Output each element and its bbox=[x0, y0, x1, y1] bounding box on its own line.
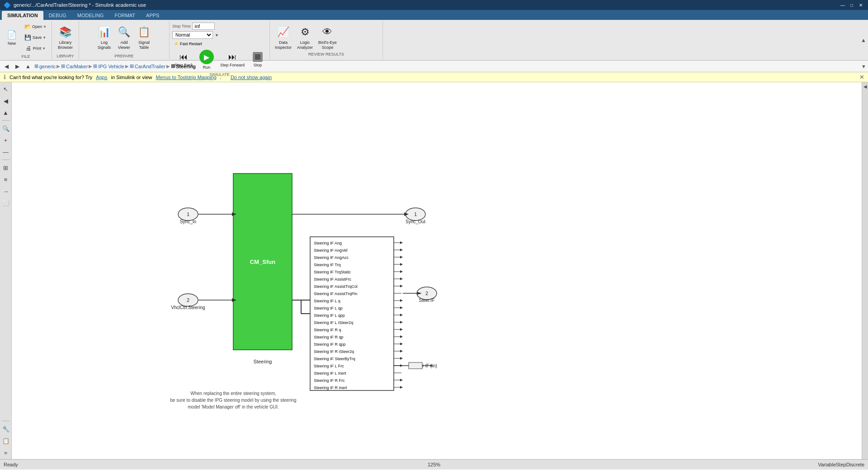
svg-text:Steering IF L Inert: Steering IF L Inert bbox=[314, 371, 346, 376]
info-text-period: . bbox=[220, 75, 222, 80]
tab-modeling[interactable]: MODELING bbox=[72, 11, 109, 20]
left-panel-collapse[interactable]: » bbox=[1, 447, 11, 457]
open-button[interactable]: 📂 Open ▼ bbox=[22, 22, 49, 32]
logic-analyzer-icon: ⚙ bbox=[298, 25, 312, 39]
stop-time-input[interactable] bbox=[192, 23, 215, 30]
stop-time-label: Stop Time bbox=[172, 24, 191, 28]
tab-debug[interactable]: DEBUG bbox=[43, 11, 72, 20]
file-group-label: FILE bbox=[21, 53, 30, 59]
step-type: VariableStepDiscrete bbox=[818, 462, 864, 467]
run-play-icon[interactable]: ▶ bbox=[199, 50, 214, 64]
nav-back-button[interactable]: ◀ bbox=[2, 62, 11, 71]
left-panel-btn-8[interactable]: ≡ bbox=[1, 174, 11, 184]
note-line-1: When replacing the entire steering syste… bbox=[190, 391, 276, 396]
svg-text:Steering IF TrqStatic: Steering IF TrqStatic bbox=[314, 270, 351, 274]
tab-simulation[interactable]: SIMULATION bbox=[2, 11, 43, 20]
ribbon-collapse-icon: ▲ bbox=[861, 37, 866, 43]
ipgvehicle-icon: ⊞ bbox=[93, 63, 97, 69]
navigation-bar: ◀ ▶ ▲ ⊞ generic ▶ ⊞ CarMaker ▶ ⊞ IPG Veh… bbox=[0, 61, 868, 72]
info-apps-link[interactable]: Apps bbox=[96, 75, 107, 80]
signal-table-icon: 📋 bbox=[137, 25, 151, 39]
svg-text:Steering IF R qp: Steering IF R qp bbox=[314, 335, 344, 339]
breadcrumb-item-ipgvehicle[interactable]: ⊞ IPG Vehicle bbox=[93, 63, 124, 69]
svg-text:Steering IF Ang: Steering IF Ang bbox=[314, 241, 342, 245]
left-panel-btn-2[interactable]: ◀ bbox=[1, 96, 11, 106]
ribbon-group-library: 📚 Library Browser LIBRARY bbox=[52, 21, 79, 59]
birds-eye-scope-button[interactable]: 👁 Bird's-Eye Scope bbox=[316, 24, 339, 52]
tab-format[interactable]: FORMAT bbox=[109, 11, 141, 20]
stop-square bbox=[255, 54, 260, 60]
left-panel-btn-3[interactable]: ▲ bbox=[1, 108, 11, 118]
add-viewer-button[interactable]: 🔍 Add Viewer bbox=[114, 24, 133, 52]
left-panel: ↖ ◀ ▲ 🔍 + — ⊞ ≡ → ⬜ 🔧 📋 » bbox=[0, 82, 12, 459]
print-icon: 🖨 bbox=[25, 45, 32, 52]
logic-analyzer-button[interactable]: ⚙ Logic Analyzer bbox=[295, 24, 315, 52]
ribbon-collapse[interactable]: ▲ bbox=[859, 21, 868, 59]
left-panel-btn-1[interactable]: ↖ bbox=[1, 84, 11, 94]
step-back-icon: ⏮ bbox=[179, 52, 188, 62]
svg-rect-62 bbox=[409, 362, 422, 369]
left-panel-btn-9[interactable]: → bbox=[1, 186, 11, 196]
title-bar-left: 🔷 generic/.../CarAndTrailer/Steering * -… bbox=[4, 2, 146, 9]
info-menus-link[interactable]: Menus to Toolstrip Mapping bbox=[156, 75, 217, 80]
open-dropdown-arrow[interactable]: ▼ bbox=[43, 25, 47, 29]
log-signals-button[interactable]: 📊 Log Signals bbox=[94, 24, 113, 52]
fast-restart-button[interactable]: ⚡ Fast Restart bbox=[172, 41, 267, 47]
svg-text:Steering IF L qp: Steering IF L qp bbox=[314, 306, 343, 310]
birds-eye-icon: 👁 bbox=[320, 25, 335, 39]
left-panel-btn-10[interactable]: ⬜ bbox=[1, 198, 11, 208]
breadcrumb-item-carmaker[interactable]: ⊞ CarMaker bbox=[61, 63, 88, 69]
save-button[interactable]: 💾 Save ▼ bbox=[22, 33, 49, 42]
ribbon-group-review: 📈 Data Inspector ⚙ Logic Analyzer 👁 Bird… bbox=[270, 21, 383, 59]
maximize-button[interactable]: □ bbox=[848, 2, 855, 8]
title-bar: 🔷 generic/.../CarAndTrailer/Steering * -… bbox=[0, 0, 868, 10]
zoom-level: 125% bbox=[428, 462, 440, 467]
library-browser-icon: 📚 bbox=[58, 25, 72, 39]
minimize-button[interactable]: — bbox=[839, 2, 846, 8]
breadcrumb: ⊞ generic ▶ ⊞ CarMaker ▶ ⊞ IPG Vehicle ▶… bbox=[34, 63, 196, 69]
breadcrumb-item-carandtrailer[interactable]: ⊞ CarAndTrailer bbox=[130, 63, 165, 69]
note-line-3: model 'Model Manager off' in the vehicle… bbox=[188, 404, 279, 409]
left-panel-btn-7[interactable]: ⊞ bbox=[1, 163, 11, 173]
print-dropdown-arrow[interactable]: ▼ bbox=[42, 47, 46, 51]
generic-icon: ⊞ bbox=[34, 63, 38, 69]
svg-text:Steering IF R q: Steering IF R q bbox=[314, 328, 341, 332]
svg-text:Steering IF SteerByTrq: Steering IF SteerByTrq bbox=[314, 357, 355, 361]
close-button[interactable]: ✕ bbox=[857, 2, 864, 8]
left-panel-btn-12[interactable]: 📋 bbox=[1, 436, 11, 446]
left-panel-btn-6[interactable]: — bbox=[1, 147, 11, 157]
save-dropdown-arrow[interactable]: ▼ bbox=[42, 36, 46, 40]
svg-text:Steering IF R Frc: Steering IF R Frc bbox=[314, 378, 345, 383]
mode-select[interactable]: Normal bbox=[172, 31, 213, 39]
nav-collapse-button[interactable]: ▼ bbox=[861, 64, 866, 69]
library-browser-button[interactable]: 📚 Library Browser bbox=[56, 24, 75, 52]
breadcrumb-item-steering[interactable]: ⊞ Steering bbox=[171, 63, 196, 69]
svg-text:2: 2 bbox=[425, 291, 428, 296]
new-button[interactable]: 📄 New bbox=[3, 28, 21, 47]
stop-time-row: Stop Time bbox=[172, 23, 267, 30]
right-panel-collapse[interactable]: ◀ bbox=[862, 82, 868, 459]
info-close-button[interactable]: ✕ bbox=[859, 74, 864, 80]
log-signals-icon: 📊 bbox=[97, 25, 111, 39]
stop-button[interactable]: Stop bbox=[249, 51, 267, 69]
data-inspector-button[interactable]: 📈 Data Inspector bbox=[273, 24, 294, 52]
left-panel-btn-5[interactable]: + bbox=[1, 135, 11, 145]
info-donotshow-link[interactable]: Do not show again bbox=[231, 75, 272, 80]
add-viewer-icon: 🔍 bbox=[117, 25, 131, 39]
signal-table-button[interactable]: 📋 Signal Table bbox=[134, 24, 153, 52]
step-forward-button[interactable]: ⏭ Step Forward bbox=[218, 51, 247, 69]
library-group-label: LIBRARY bbox=[57, 53, 74, 58]
nav-forward-button[interactable]: ▶ bbox=[13, 62, 22, 71]
run-button[interactable]: ▶ Run bbox=[197, 48, 216, 71]
left-panel-btn-4[interactable]: 🔍 bbox=[1, 123, 11, 133]
breadcrumb-item-generic[interactable]: ⊞ generic bbox=[34, 63, 56, 69]
nav-up-button[interactable]: ▲ bbox=[24, 62, 33, 71]
print-button[interactable]: 🖨 Print ▼ bbox=[22, 43, 49, 53]
tab-apps[interactable]: APPS bbox=[141, 11, 165, 20]
ribbon-group-prepare: 📊 Log Signals 🔍 Add Viewer 📋 Signal Tabl… bbox=[79, 21, 170, 59]
sync-in-label: Sync_In bbox=[180, 219, 196, 224]
svg-text:Steering IF AssistTrqCol: Steering IF AssistTrqCol bbox=[314, 284, 358, 289]
svg-text:Steering IF R qpp: Steering IF R qpp bbox=[314, 342, 346, 347]
left-panel-btn-11[interactable]: 🔧 bbox=[1, 424, 11, 434]
right-collapse-icon: ◀ bbox=[863, 84, 867, 89]
